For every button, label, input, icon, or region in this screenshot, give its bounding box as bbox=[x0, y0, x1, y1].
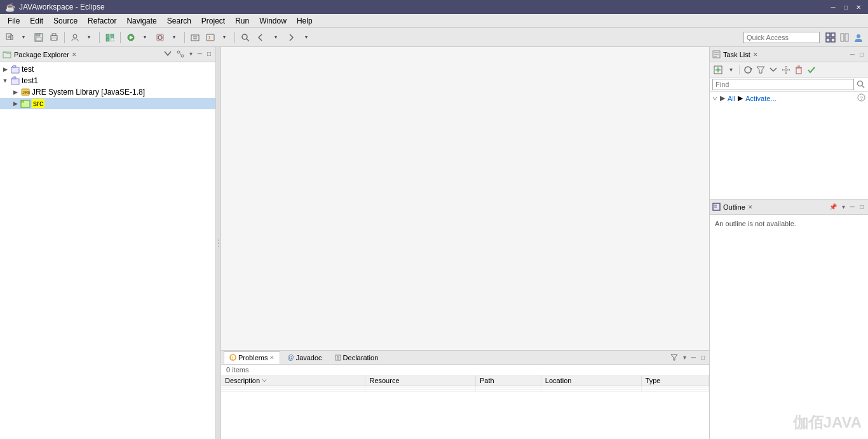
new-button-group[interactable]: ▾ bbox=[3, 30, 31, 44]
title-bar-controls[interactable]: ─ □ ✕ bbox=[829, 3, 863, 11]
col-description[interactable]: Description bbox=[221, 375, 365, 386]
menu-help[interactable]: Help bbox=[292, 15, 318, 27]
profile-button[interactable] bbox=[68, 30, 82, 44]
tree-item-test1[interactable]: ▼ test1 bbox=[0, 75, 215, 86]
perspectives-button[interactable] bbox=[824, 30, 837, 44]
col-resource[interactable]: Resource bbox=[365, 375, 476, 386]
task-find-input[interactable] bbox=[712, 79, 854, 90]
project-icon-test bbox=[10, 64, 20, 74]
menu-search[interactable]: Search bbox=[162, 15, 196, 27]
person-icon-button[interactable] bbox=[851, 30, 865, 44]
task-find-bar bbox=[710, 78, 868, 92]
tree-item-src[interactable]: ▶ src bbox=[0, 98, 215, 109]
outline-minimize[interactable]: ─ bbox=[848, 203, 857, 211]
close-button[interactable]: ✕ bbox=[854, 3, 863, 11]
run-dropdown-arrow[interactable]: ▾ bbox=[138, 30, 152, 44]
back-dropdown-arrow[interactable]: ▾ bbox=[269, 30, 283, 44]
back-dropdown[interactable]: ▾ bbox=[269, 30, 283, 44]
tab-javadoc[interactable]: @ Javadoc bbox=[281, 351, 327, 364]
task-filter-activate-label[interactable]: Activate... bbox=[745, 95, 776, 102]
tab-problems-close[interactable]: ✕ bbox=[269, 355, 275, 361]
panel-resize-handle[interactable] bbox=[216, 47, 221, 439]
outline-view-menu[interactable]: ▾ bbox=[840, 203, 847, 211]
menu-refactor[interactable]: Refactor bbox=[83, 15, 121, 27]
profile-dropdown-arrow[interactable]: ▾ bbox=[82, 30, 96, 44]
collapse-all-button[interactable] bbox=[162, 50, 173, 60]
tree-arrow-test[interactable]: ▶ bbox=[0, 64, 10, 74]
view-menu-button[interactable] bbox=[103, 30, 117, 44]
package-explorer-close[interactable]: ✕ bbox=[72, 51, 77, 58]
menu-navigate[interactable]: Navigate bbox=[121, 15, 161, 27]
tree-item-jre[interactable]: ▶ JRE JRE System Library [JavaSE-1.8] bbox=[0, 86, 215, 98]
back-button[interactable] bbox=[254, 30, 268, 44]
new-button[interactable] bbox=[3, 30, 17, 44]
tab-declaration-label: Declaration bbox=[343, 354, 379, 361]
task-list-close[interactable]: ✕ bbox=[753, 51, 758, 58]
tab-problems[interactable]: ! Problems ✕ bbox=[224, 351, 280, 364]
bottom-view-menu-button[interactable]: ▾ bbox=[681, 353, 688, 361]
task-filter-help[interactable]: ? bbox=[857, 93, 865, 103]
tree-arrow-test1[interactable]: ▼ bbox=[0, 76, 10, 86]
tree-arrow-jre[interactable]: ▶ bbox=[10, 87, 20, 97]
col-path[interactable]: Path bbox=[475, 375, 541, 386]
menu-project[interactable]: Project bbox=[196, 15, 230, 27]
link-editor-button[interactable] bbox=[175, 50, 186, 60]
task-delete-button[interactable] bbox=[793, 64, 804, 76]
filter-problems-button[interactable] bbox=[668, 353, 680, 363]
forward-dropdown-arrow[interactable]: ▾ bbox=[299, 30, 313, 44]
menu-window[interactable]: Window bbox=[254, 15, 292, 27]
outline-maximize[interactable]: □ bbox=[858, 203, 865, 211]
new-java-dropdown-arrow[interactable]: ▾ bbox=[217, 30, 231, 44]
new-java-button[interactable]: J bbox=[203, 30, 217, 44]
outline-close[interactable]: ✕ bbox=[748, 204, 753, 210]
print-button[interactable] bbox=[47, 30, 61, 44]
col-location[interactable]: Location bbox=[541, 375, 641, 386]
task-settings-button[interactable] bbox=[780, 64, 792, 76]
task-filter-arrow bbox=[712, 96, 717, 101]
menu-run[interactable]: Run bbox=[230, 15, 254, 27]
outline-panel: Outline ✕ 📌 ▾ ─ □ An outline is not avai… bbox=[710, 199, 868, 439]
maximize-panel-button[interactable]: □ bbox=[205, 50, 213, 60]
task-list-minimize[interactable]: ─ bbox=[848, 50, 857, 58]
task-new-button[interactable] bbox=[712, 64, 724, 76]
debug-button[interactable] bbox=[153, 30, 167, 44]
bottom-minimize-button[interactable]: ─ bbox=[689, 353, 698, 361]
menu-file[interactable]: File bbox=[3, 15, 25, 27]
minimize-panel-button[interactable]: ─ bbox=[196, 50, 204, 60]
new-dropdown-arrow[interactable]: ▾ bbox=[17, 30, 31, 44]
run-button-group[interactable]: ▾ bbox=[124, 30, 152, 44]
new-java-button-group[interactable]: J ▾ bbox=[203, 30, 231, 44]
svg-point-19 bbox=[158, 36, 162, 39]
task-collapse-button[interactable] bbox=[768, 64, 779, 76]
menu-source[interactable]: Source bbox=[48, 15, 83, 27]
svg-line-70 bbox=[862, 86, 865, 88]
view-menu-button[interactable]: ▾ bbox=[187, 50, 194, 60]
task-filter-button[interactable] bbox=[755, 64, 766, 76]
open-perspective-button[interactable] bbox=[837, 30, 851, 44]
task-filter-all-label[interactable]: All bbox=[728, 95, 735, 102]
debug-dropdown-arrow[interactable]: ▾ bbox=[167, 30, 181, 44]
menu-edit[interactable]: Edit bbox=[25, 15, 48, 27]
quick-access-input[interactable] bbox=[743, 32, 820, 43]
task-list-maximize[interactable]: □ bbox=[858, 50, 865, 58]
task-list-toolbar: ▾ bbox=[710, 62, 868, 78]
outline-pin-button[interactable]: 📌 bbox=[827, 203, 839, 211]
maximize-button[interactable]: □ bbox=[841, 3, 850, 11]
task-mark-done-button[interactable] bbox=[806, 64, 817, 76]
col-type[interactable]: Type bbox=[641, 375, 709, 386]
forward-dropdown[interactable]: ▾ bbox=[299, 30, 313, 44]
bottom-maximize-button[interactable]: □ bbox=[699, 353, 707, 361]
task-sync-button[interactable] bbox=[742, 64, 754, 76]
open-task-button[interactable] bbox=[188, 30, 202, 44]
save-button[interactable] bbox=[32, 30, 46, 44]
tab-declaration[interactable]: Declaration bbox=[329, 351, 384, 364]
search-button[interactable] bbox=[238, 30, 252, 44]
debug-button-group[interactable]: ▾ bbox=[153, 30, 181, 44]
tree-arrow-src[interactable]: ▶ bbox=[10, 98, 20, 109]
profile-button-group[interactable]: ▾ bbox=[68, 30, 96, 44]
task-dropdown-button[interactable]: ▾ bbox=[725, 64, 736, 76]
forward-button[interactable] bbox=[284, 30, 298, 44]
run-button[interactable] bbox=[124, 30, 138, 44]
minimize-button[interactable]: ─ bbox=[829, 3, 837, 11]
tree-item-test[interactable]: ▶ test bbox=[0, 64, 215, 75]
